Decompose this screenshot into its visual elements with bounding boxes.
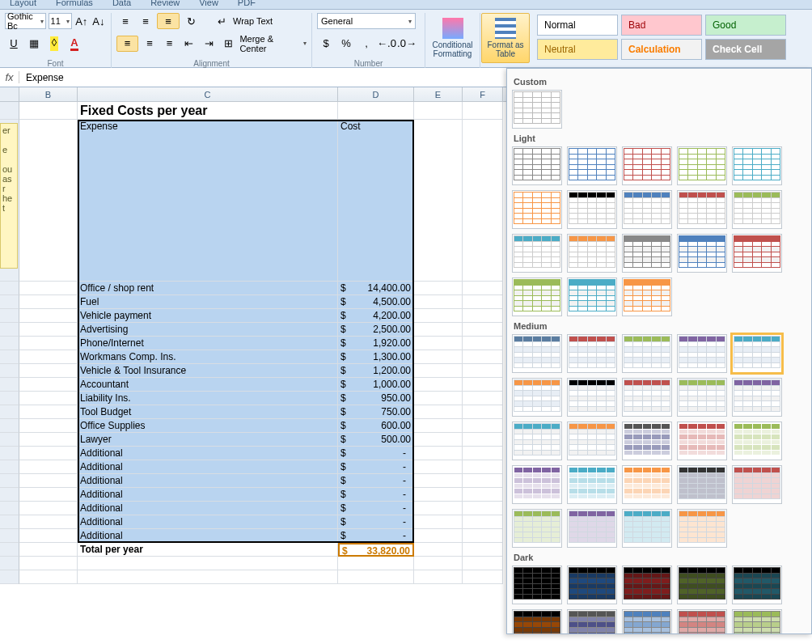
table-style-swatch[interactable]: [677, 146, 727, 185]
increase-decimal-icon[interactable]: ←.0: [378, 36, 395, 52]
underline-icon[interactable]: U: [5, 36, 23, 52]
select-all-corner[interactable]: [0, 87, 19, 101]
table-style-swatch[interactable]: [512, 146, 562, 185]
expense-cell[interactable]: Additional: [78, 502, 338, 515]
font-color-icon[interactable]: A: [66, 36, 83, 52]
table-style-swatch[interactable]: [512, 234, 562, 273]
align-left-icon[interactable]: ≡: [116, 36, 138, 52]
table-style-swatch[interactable]: [567, 190, 617, 229]
comment-note[interactable]: er e ou as r he t: [0, 123, 18, 269]
table-style-swatch[interactable]: [622, 609, 672, 634]
style-good[interactable]: Good: [705, 15, 786, 36]
table-style-swatch[interactable]: [622, 334, 672, 373]
amount-cell[interactable]: $950.00: [338, 392, 414, 405]
expense-cell[interactable]: Additional: [78, 474, 338, 488]
table-style-swatch[interactable]: [622, 278, 672, 316]
indent-decrease-icon[interactable]: ⇤: [180, 36, 197, 52]
col-B[interactable]: B: [19, 87, 78, 101]
table-style-swatch[interactable]: [677, 378, 727, 417]
amount-cell[interactable]: $1,000.00: [338, 378, 414, 392]
merge-center-button[interactable]: Merge & Center: [239, 34, 301, 53]
tab-data[interactable]: Data: [103, 0, 141, 6]
comma-icon[interactable]: ,: [357, 36, 375, 52]
table-style-swatch[interactable]: [512, 609, 562, 634]
expense-cell[interactable]: Phone/Internet: [78, 337, 338, 350]
expense-cell[interactable]: Fuel: [78, 295, 338, 309]
table-style-swatch[interactable]: [567, 422, 617, 460]
amount-cell[interactable]: $600.00: [338, 419, 414, 433]
table-style-swatch[interactable]: [512, 566, 562, 604]
col-F[interactable]: F: [463, 87, 503, 101]
amount-cell[interactable]: $750.00: [338, 405, 414, 419]
table-style-swatch[interactable]: [567, 146, 617, 185]
style-normal[interactable]: Normal: [537, 15, 618, 36]
expense-cell[interactable]: Additional: [78, 515, 338, 529]
formula-value[interactable]: Expense: [19, 72, 64, 83]
number-format-select[interactable]: General▾: [317, 13, 416, 29]
table-style-swatch[interactable]: [567, 509, 617, 548]
table-style-swatch[interactable]: [732, 190, 782, 229]
fx-icon[interactable]: fx: [0, 71, 19, 83]
table-style-swatch[interactable]: [732, 566, 782, 604]
orientation-icon[interactable]: ↻: [182, 13, 200, 29]
table-style-swatch[interactable]: [677, 190, 727, 229]
amount-cell[interactable]: $-: [338, 474, 414, 488]
currency-icon[interactable]: $: [317, 36, 335, 52]
table-style-swatch[interactable]: [622, 190, 672, 229]
title-cell[interactable]: Fixed Costs per year: [78, 102, 338, 120]
tab-review[interactable]: Review: [141, 0, 189, 6]
align-middle-icon[interactable]: ≡: [137, 13, 154, 29]
amount-cell[interactable]: $500.00: [338, 433, 414, 447]
col-C[interactable]: C: [78, 87, 338, 101]
table-style-swatch[interactable]: [677, 566, 727, 604]
table-style-swatch[interactable]: [622, 378, 672, 417]
align-right-icon[interactable]: ≡: [161, 36, 178, 52]
expense-cell[interactable]: Additional: [78, 447, 338, 460]
amount-cell[interactable]: $1,200.00: [338, 364, 414, 378]
tab-layout[interactable]: Layout: [0, 0, 46, 6]
expense-cell[interactable]: Additional: [78, 488, 338, 502]
table-style-swatch[interactable]: [512, 509, 562, 548]
expense-cell[interactable]: Vehicle payment: [78, 309, 338, 323]
align-bottom-icon[interactable]: ≡: [157, 13, 180, 29]
table-style-swatch[interactable]: [622, 566, 672, 604]
font-name-select[interactable]: Gothic Bc▾: [5, 13, 46, 29]
table-style-swatch[interactable]: [567, 465, 617, 504]
expense-cell[interactable]: Office Supplies: [78, 419, 338, 433]
align-top-icon[interactable]: ≡: [116, 13, 134, 29]
percent-icon[interactable]: %: [337, 36, 355, 52]
amount-cell[interactable]: $-: [338, 502, 414, 515]
amount-cell[interactable]: $4,500.00: [338, 295, 414, 309]
style-neutral[interactable]: Neutral: [537, 39, 618, 60]
table-style-swatch[interactable]: [512, 378, 562, 417]
table-style-swatch[interactable]: [677, 422, 727, 460]
fill-color-icon[interactable]: ◊: [45, 36, 63, 52]
amount-cell[interactable]: $14,400.00: [338, 282, 414, 295]
wrap-text-icon[interactable]: ↵: [213, 13, 230, 29]
table-style-swatch[interactable]: [732, 465, 782, 504]
amount-cell[interactable]: $-: [338, 460, 414, 474]
table-style-swatch[interactable]: [567, 334, 617, 373]
expense-cell[interactable]: Liability Ins.: [78, 392, 338, 405]
table-style-swatch[interactable]: [512, 190, 562, 229]
expense-cell[interactable]: Tool Budget: [78, 405, 338, 419]
font-size-select[interactable]: 11▾: [49, 13, 72, 29]
expense-cell[interactable]: Vehicle & Tool Insurance: [78, 364, 338, 378]
table-style-swatch[interactable]: [732, 609, 782, 634]
table-style-swatch[interactable]: [732, 334, 782, 373]
amount-cell[interactable]: $-: [338, 529, 414, 543]
expense-cell[interactable]: Advertising: [78, 323, 338, 337]
total-label[interactable]: Total per year: [78, 543, 338, 557]
table-style-swatch[interactable]: [677, 334, 727, 373]
table-style-swatch[interactable]: [677, 234, 727, 273]
total-amount[interactable]: $33,820.00: [338, 543, 414, 557]
merge-icon[interactable]: ⊞: [220, 36, 237, 52]
table-style-swatch[interactable]: [677, 509, 727, 548]
table-style-swatch[interactable]: [512, 278, 562, 316]
table-style-swatch[interactable]: [512, 334, 562, 373]
table-style-swatch[interactable]: [512, 422, 562, 460]
table-style-swatch[interactable]: [567, 566, 617, 604]
style-calculation[interactable]: Calculation: [621, 39, 702, 60]
table-style-swatch[interactable]: [732, 234, 782, 273]
col-E[interactable]: E: [414, 87, 463, 101]
